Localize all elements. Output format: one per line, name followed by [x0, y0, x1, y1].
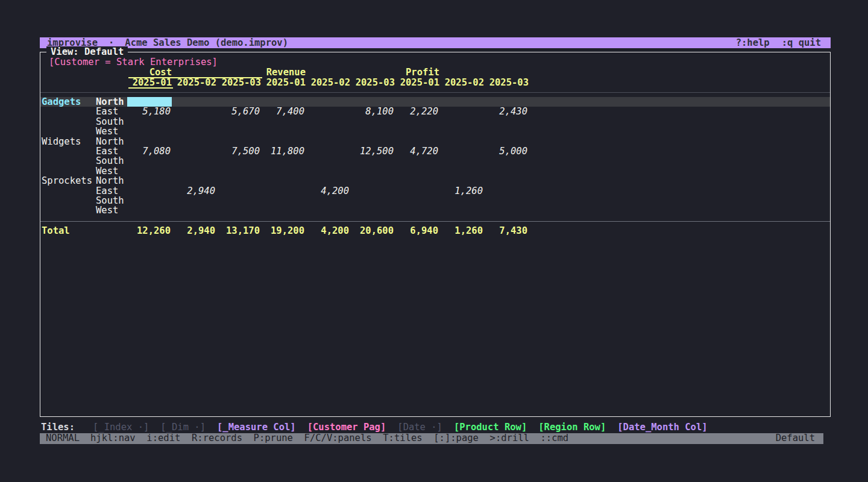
pivot-cell[interactable]: [261, 117, 306, 127]
cursor-cell[interactable]: [127, 97, 172, 107]
pivot-cell[interactable]: [172, 176, 216, 186]
pivot-cell[interactable]: [306, 127, 350, 136]
pivot-cell[interactable]: [350, 156, 395, 166]
pivot-cell[interactable]: [484, 117, 529, 127]
pivot-cell[interactable]: [172, 156, 216, 166]
measure-group-revenue[interactable]: Revenue: [262, 67, 396, 77]
pivot-cell[interactable]: [350, 166, 395, 176]
tile-region-row[interactable]: [Region Row]: [538, 422, 606, 433]
pivot-cell[interactable]: 7,080: [127, 146, 172, 156]
pivot-cell[interactable]: [172, 205, 216, 215]
pivot-cell[interactable]: [484, 176, 529, 186]
tile-dim[interactable]: [_Dim ·]: [160, 422, 206, 433]
pivot-cell[interactable]: [439, 176, 484, 186]
pivot-cell[interactable]: [261, 127, 306, 136]
pivot-cell[interactable]: [484, 166, 529, 176]
pivot-cell[interactable]: [484, 186, 529, 196]
pivot-cell[interactable]: 5,670: [216, 107, 261, 116]
pivot-cell[interactable]: [395, 97, 439, 107]
pivot-cell[interactable]: [350, 176, 395, 186]
pivot-cell[interactable]: 7,500: [216, 146, 261, 156]
pivot-cell[interactable]: [216, 176, 261, 186]
pivot-cell[interactable]: [306, 176, 350, 186]
pivot-cell[interactable]: [350, 127, 395, 136]
pivot-cell[interactable]: [350, 137, 395, 146]
pivot-cell[interactable]: 2,940: [172, 186, 216, 196]
pivot-cell[interactable]: [439, 107, 484, 116]
pivot-cell[interactable]: [261, 205, 306, 215]
pivot-cell[interactable]: [350, 186, 395, 196]
pivot-cell[interactable]: [261, 137, 306, 146]
pivot-cell[interactable]: [439, 97, 484, 107]
pivot-cell[interactable]: [306, 156, 350, 166]
pivot-cell[interactable]: [306, 166, 350, 176]
pivot-cell[interactable]: [395, 176, 439, 186]
pivot-cell[interactable]: 11,800: [261, 146, 306, 156]
pivot-cell[interactable]: [127, 196, 172, 205]
month-column-header[interactable]: 2025-03: [485, 78, 530, 87]
pivot-cell[interactable]: [261, 196, 306, 205]
pivot-cell[interactable]: [127, 127, 172, 136]
month-column-header[interactable]: 2025-03: [351, 78, 396, 87]
pivot-cell[interactable]: [306, 107, 350, 116]
tile-index[interactable]: [_Index ·]: [93, 422, 149, 433]
pivot-cell[interactable]: [172, 166, 216, 176]
tile-customer-pag[interactable]: [Customer Pag]: [307, 422, 386, 433]
pivot-cell[interactable]: 4,720: [395, 146, 439, 156]
filter-badge-customer[interactable]: [Customer = Stark Enterprises]: [49, 57, 218, 67]
pivot-cell[interactable]: [350, 196, 395, 205]
pivot-cell[interactable]: [172, 137, 216, 146]
month-column-header[interactable]: 2025-02: [307, 78, 351, 87]
pivot-cell[interactable]: [127, 186, 172, 196]
pivot-cell[interactable]: [216, 205, 261, 215]
pivot-cell[interactable]: [439, 205, 484, 215]
pivot-cell[interactable]: [127, 205, 172, 215]
tile-product-row[interactable]: [Product Row]: [454, 422, 527, 433]
pivot-cell[interactable]: [216, 186, 261, 196]
pivot-cell[interactable]: [395, 166, 439, 176]
pivot-cell[interactable]: [484, 196, 529, 205]
pivot-cell[interactable]: 5,000: [484, 146, 529, 156]
pivot-cell[interactable]: [306, 137, 350, 146]
pivot-cell[interactable]: [484, 97, 529, 107]
pivot-cell[interactable]: [484, 156, 529, 166]
pivot-cell[interactable]: [484, 137, 529, 146]
pivot-cell[interactable]: [439, 156, 484, 166]
month-column-header[interactable]: 2025-01: [262, 78, 307, 87]
pivot-cell[interactable]: [172, 196, 216, 205]
pivot-cell[interactable]: [216, 117, 261, 127]
month-column-header[interactable]: 2025-03: [218, 78, 262, 87]
pivot-cell[interactable]: [395, 127, 439, 136]
pivot-cell[interactable]: [484, 127, 529, 136]
pivot-cell[interactable]: [395, 205, 439, 215]
pivot-cell[interactable]: [439, 166, 484, 176]
pivot-cell[interactable]: [216, 97, 261, 107]
pivot-cell[interactable]: 2,430: [484, 107, 529, 116]
pivot-cell[interactable]: [439, 146, 484, 156]
pivot-cell[interactable]: [395, 137, 439, 146]
pivot-cell[interactable]: [395, 117, 439, 127]
pivot-cell[interactable]: [172, 97, 216, 107]
pivot-cell[interactable]: [172, 146, 216, 156]
pivot-cell[interactable]: [261, 186, 306, 196]
pivot-cell[interactable]: [216, 166, 261, 176]
pivot-cell[interactable]: 7,400: [261, 107, 306, 116]
pivot-cell[interactable]: [306, 97, 350, 107]
pivot-cell[interactable]: [127, 117, 172, 127]
measure-group-profit[interactable]: Profit: [396, 67, 530, 77]
pivot-cell[interactable]: 8,100: [350, 107, 395, 116]
pivot-cell[interactable]: [484, 205, 529, 215]
pivot-cell[interactable]: [261, 166, 306, 176]
pivot-cell[interactable]: 1,260: [439, 186, 484, 196]
pivot-cell[interactable]: [261, 97, 306, 107]
pivot-cell[interactable]: [395, 156, 439, 166]
pivot-cell[interactable]: [261, 156, 306, 166]
pivot-cell[interactable]: [350, 205, 395, 215]
tile-date[interactable]: [Date ·]: [397, 422, 442, 433]
pivot-cell[interactable]: [261, 176, 306, 186]
pivot-cell[interactable]: [127, 166, 172, 176]
pivot-cell[interactable]: [395, 196, 439, 205]
tile-date-month-col[interactable]: [Date_Month Col]: [617, 422, 707, 433]
pivot-cell[interactable]: [127, 176, 172, 186]
pivot-cell[interactable]: 4,200: [306, 186, 350, 196]
